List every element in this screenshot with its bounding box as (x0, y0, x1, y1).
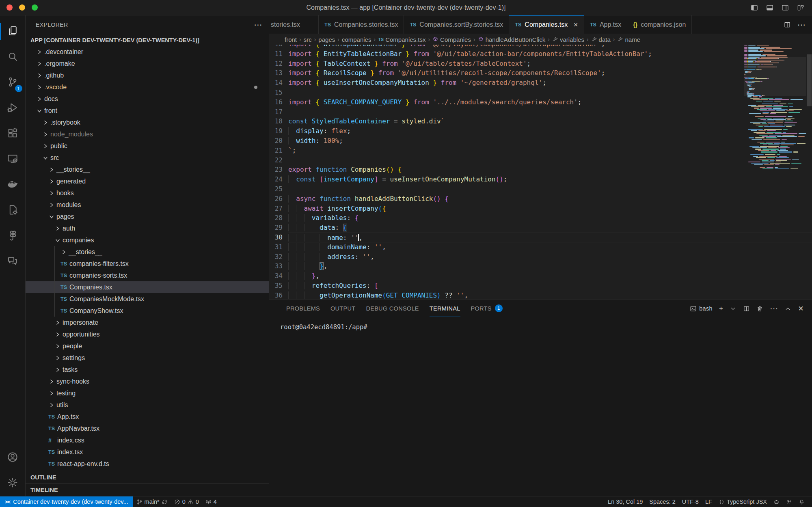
tree-folder-node-modules[interactable]: node_modules (26, 128, 269, 140)
tab-companies-json[interactable]: {}companies.json (627, 15, 692, 34)
cursor-position-status[interactable]: Ln 30, Col 19 (605, 496, 646, 507)
code-line-16[interactable]: 16import { SEARCH_COMPANY_QUERY } from '… (269, 97, 812, 107)
panel-tab-ports[interactable]: PORTS1 (471, 300, 503, 317)
kill-terminal-icon[interactable] (756, 305, 763, 312)
tab-stories-tsx[interactable]: stories.tsx (269, 15, 319, 34)
terminal-dropdown-icon[interactable] (730, 305, 736, 312)
tree-folder--stories-[interactable]: __stories__ (26, 246, 269, 258)
code-line-17[interactable]: 17 (269, 107, 812, 117)
timeline-section-header[interactable]: TIMELINE (26, 483, 269, 496)
git-branch-status[interactable]: main* (133, 496, 171, 507)
code-line-31[interactable]: 31 domainName: '', (269, 242, 812, 252)
breadcrumb-item-data[interactable]: data (591, 36, 611, 43)
code-line-25[interactable]: 25 (269, 184, 812, 194)
tree-folder-docs[interactable]: docs (26, 93, 269, 105)
problems-status[interactable]: 0 0 (171, 496, 202, 507)
tree-folder--devcontainer[interactable]: .devcontainer (26, 46, 269, 58)
code-line-12[interactable]: 12import { TableContext } from '@/ui/tab… (269, 59, 812, 69)
panel-tab-output[interactable]: OUTPUT (330, 300, 355, 317)
outline-section-header[interactable]: OUTLINE (26, 471, 269, 483)
tab-companies-stories-tsx[interactable]: TSCompanies.stories.tsx (319, 15, 404, 34)
tree-folder-settings[interactable]: settings (26, 352, 269, 364)
eol-status[interactable]: LF (702, 496, 715, 507)
close-tab-icon[interactable]: ✕ (573, 22, 578, 28)
tree-folder--vscode[interactable]: .vscode (26, 81, 269, 93)
panel-more-actions-icon[interactable]: ⋯ (770, 304, 778, 313)
breadcrumb-item-variables[interactable]: variables (552, 36, 584, 43)
close-panel-icon[interactable]: ✕ (798, 304, 804, 313)
tree-folder--stories-[interactable]: __stories__ (26, 164, 269, 175)
panel-tab-debug-console[interactable]: DEBUG CONSOLE (366, 300, 419, 317)
tree-folder-generated[interactable]: generated (26, 175, 269, 187)
code-line-15[interactable]: 15 (269, 88, 812, 97)
editor-scrollbar[interactable] (806, 45, 812, 300)
breadcrumb-item-name[interactable]: name (617, 36, 640, 43)
code-line-11[interactable]: 11import { EntityTableActionBar } from '… (269, 49, 812, 59)
tree-folder--storybook[interactable]: .storybook (26, 117, 269, 128)
tree-folder--ergomake[interactable]: .ergomake (26, 58, 269, 69)
remote-indicator[interactable]: >< Container dev-twenty-dev (dev-twenty-… (0, 496, 133, 507)
code-line-32[interactable]: 32 address: '', (269, 252, 812, 262)
tab-companies-sortby-stories-tsx[interactable]: TSCompanies.sortBy.stories.tsx (404, 15, 509, 34)
tree-folder-hooks[interactable]: hooks (26, 187, 269, 199)
activitybar-docker[interactable] (0, 172, 26, 198)
tree-file-react-app-env-d-ts[interactable]: TSreact-app-env.d.ts (26, 458, 269, 470)
tree-folder-companies[interactable]: companies (26, 234, 269, 246)
activitybar-run-debug[interactable] (0, 95, 26, 121)
editor-more-actions-icon[interactable]: ⋯ (797, 20, 806, 30)
tree-file-companies-tsx[interactable]: TSCompanies.tsx (26, 281, 269, 293)
tree-folder-tasks[interactable]: tasks (26, 364, 269, 375)
maximize-panel-icon[interactable] (784, 305, 791, 312)
code-line-22[interactable]: 22 (269, 155, 812, 165)
close-window-button[interactable] (6, 4, 13, 11)
code-line-34[interactable]: 34 }, (269, 271, 812, 281)
tree-folder-modules[interactable]: modules (26, 199, 269, 211)
split-terminal-icon[interactable] (743, 305, 750, 312)
code-line-19[interactable]: 19 display: flex; (269, 126, 812, 136)
tree-folder-front[interactable]: front (26, 105, 269, 117)
activitybar-account[interactable] (0, 445, 26, 470)
tab-app-tsx[interactable]: TSApp.tsx (584, 15, 627, 34)
new-terminal-button[interactable]: + (719, 304, 723, 313)
code-line-10[interactable]: 10import { WithTopBarContainer } from '@… (269, 45, 812, 49)
activitybar-devcontainer[interactable] (0, 198, 26, 223)
notifications-button[interactable] (795, 496, 808, 507)
code-line-21[interactable]: 21`; (269, 146, 812, 155)
tree-file-companyshow-tsx[interactable]: TSCompanyShow.tsx (26, 305, 269, 317)
panel-tab-problems[interactable]: PROBLEMS (286, 300, 320, 317)
tree-file-companies-sorts-tsx[interactable]: TScompanies-sorts.tsx (26, 270, 269, 281)
tree-file-appnavbar-tsx[interactable]: TSAppNavbar.tsx (26, 423, 269, 434)
feedback-button[interactable] (783, 496, 795, 507)
layout-customize-icon[interactable] (797, 4, 805, 12)
tree-folder-sync-hooks[interactable]: sync-hooks (26, 375, 269, 387)
indentation-status[interactable]: Spaces: 2 (646, 496, 679, 507)
ports-status[interactable]: 4 (202, 496, 220, 507)
code-line-36[interactable]: 36 getOperationName(GET_COMPANIES) ?? ''… (269, 291, 812, 300)
layout-panel-icon[interactable] (766, 4, 774, 12)
activitybar-comments[interactable] (0, 249, 26, 274)
tree-folder-testing[interactable]: testing (26, 387, 269, 399)
breadcrumb-item-companies-tsx[interactable]: TSCompanies.tsx (378, 36, 425, 43)
activitybar-remote-explorer[interactable] (0, 147, 26, 172)
panel-tab-terminal[interactable]: TERMINAL (430, 300, 460, 317)
layout-sidebar-right-icon[interactable] (781, 4, 789, 12)
explorer-more-actions-button[interactable]: ⋯ (254, 20, 262, 30)
tree-folder-src[interactable]: src (26, 152, 269, 164)
tree-file-companiesmockmode-tsx[interactable]: TSCompaniesMockMode.tsx (26, 293, 269, 305)
tree-folder-auth[interactable]: auth (26, 222, 269, 234)
code-line-33[interactable]: 33 }, (269, 261, 812, 271)
tree-folder-opportunities[interactable]: opportunities (26, 328, 269, 340)
code-line-13[interactable]: 13import { RecoilScope } from '@/ui/util… (269, 68, 812, 78)
code-line-26[interactable]: 26 async function handleAddButtonClick()… (269, 194, 812, 204)
code-line-18[interactable]: 18const StyledTableContainer = styled.di… (269, 117, 812, 126)
tab-companies-tsx[interactable]: TSCompanies.tsx✕ (509, 15, 584, 34)
split-editor-icon[interactable] (784, 21, 791, 28)
breadcrumb-item-handleaddbuttonclick[interactable]: handleAddButtonClick (478, 36, 546, 43)
breadcrumb-item-companies[interactable]: Companies (432, 36, 471, 43)
tree-folder-people[interactable]: people (26, 340, 269, 352)
breadcrumb-item-front[interactable]: front (285, 36, 297, 43)
language-mode-status[interactable]: TypeScript JSX (715, 496, 770, 507)
terminal[interactable]: root@0a42ecd84891:/app# (269, 317, 812, 496)
tree-folder-pages[interactable]: pages (26, 211, 269, 222)
workspace-section-header[interactable]: APP [CONTAINER DEV-TWENTY-DEV (DEV-TWENT… (26, 34, 269, 46)
